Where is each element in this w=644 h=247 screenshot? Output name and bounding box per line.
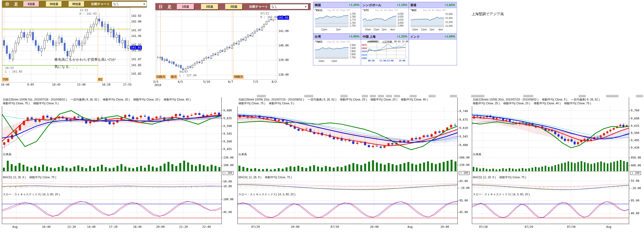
y-axis-label: 141.85 <box>131 64 141 67</box>
y-axis-label: 9,610 <box>459 126 468 130</box>
x-axis-label: 07/28 <box>479 225 488 228</box>
window-fragment <box>340 95 348 97</box>
axis-tick <box>222 141 222 142</box>
window-fragment <box>410 95 417 97</box>
axis-tick <box>458 137 458 137</box>
technical-chart-canvas[interactable] <box>238 106 458 224</box>
low-annotation: 04/07 L : 137.94 <box>180 70 196 77</box>
volume-label: 出来高 <box>238 152 247 156</box>
compare-chart-select[interactable]: なし ▼ <box>112 2 147 7</box>
y-axis-label: 100.00 <box>223 198 234 201</box>
y-axis-label: 230.00 <box>223 156 234 159</box>
chart-title: 日経225mini 10/09( 15分, 2010/07/23 - 2010/… <box>238 98 428 102</box>
index-cell-header: インド+1.08% <box>409 34 456 40</box>
y-axis-label: 140.00 <box>278 44 288 47</box>
memo-annotation: 株先高にもかかわらず債券も高いのが <box>54 57 116 62</box>
y-axis-label: 9,480 <box>459 143 468 147</box>
axis-tick <box>629 140 630 141</box>
y-axis-label: 139.00 <box>278 58 288 62</box>
multiplier-badge: × 100 <box>459 171 470 175</box>
y-axis-label: 9,760 <box>631 109 639 112</box>
x-axis-label: 21:20 <box>179 225 188 228</box>
y-axis-label: 9,545 <box>459 135 468 138</box>
x-axis-label: 12pm <box>321 28 327 31</box>
y-axis-label: 9,740 <box>459 110 468 113</box>
x-axis-label: 11:30/13:00 <box>380 60 394 62</box>
y-axis-label: 950.00 <box>631 156 641 159</box>
high-annotation: 13:55 H : 142.03 <box>80 9 96 16</box>
axis-tick <box>458 111 458 111</box>
y-axis-label: 7,950 <box>350 44 356 47</box>
index-timestamp: Aug 02 02:55pm KST <box>327 9 350 11</box>
window-fragment <box>370 95 376 97</box>
y-axis-label: 9,590 <box>223 124 232 128</box>
daily-chart-title: 日 足 <box>159 4 172 10</box>
tab-2day[interactable]: 2日足 <box>201 4 218 10</box>
high-annotation: 07/22 H : 142.08 <box>260 12 278 19</box>
x-axis-label: 07/29 <box>525 225 533 228</box>
y-axis-label: 7,850 <box>350 50 356 53</box>
y-axis-label: 7,900 <box>350 47 356 50</box>
axis-line <box>458 97 458 224</box>
contract-month-tag: 8/2 <box>98 78 103 81</box>
stoch-label: スロー・ストキャスティクス( 14, 3, 80, 20 ) <box>3 192 60 196</box>
x-axis-label: 12pm <box>374 28 379 31</box>
y-axis-label: 141.00 <box>278 29 288 33</box>
compare-chart-value: なし <box>271 5 278 9</box>
x-axis-label: 17:55 <box>123 83 132 86</box>
index-cell-header: 中国 上海+1.33% <box>361 34 409 40</box>
tab-10min[interactable]: 10分足 <box>46 1 62 7</box>
x-axis-year-label: 2010 <box>154 83 161 87</box>
daily-chart-canvas[interactable] <box>156 11 278 80</box>
technical-chart-canvas[interactable] <box>472 106 629 224</box>
y-axis-label: 50.00 <box>223 180 232 183</box>
window-fragment <box>362 95 368 97</box>
window-fragment <box>471 95 484 97</box>
shanghai-chart-canvas <box>367 43 406 59</box>
x-axis-label: 4pm <box>390 28 395 31</box>
index-name: 中国 上海 <box>362 35 376 39</box>
technical-chart-canvas[interactable] <box>2 106 222 224</box>
y-axis-label: 45.00 <box>223 210 232 214</box>
compare-chart-select[interactable]: なし ▼ <box>270 4 308 9</box>
index-change: +1.82% <box>445 3 455 7</box>
y-axis-label: 500.00 <box>459 156 470 159</box>
axis-tick <box>629 165 630 166</box>
x-axis-label: 2pm <box>430 28 434 31</box>
chart-subtitle: 移動平均( Close, 25 ) 移動平均( Close, 20 ) 移動平均… <box>473 101 591 106</box>
axis-tick <box>629 213 630 213</box>
x-axis-label: 09:30 <box>368 60 374 62</box>
y-axis-label: 9,560 <box>631 131 639 135</box>
y-axis-label: 9,680 <box>223 109 232 112</box>
tab-1day[interactable]: 1日足 <box>177 4 194 10</box>
x-axis-label: 18:40 <box>133 225 142 228</box>
y-axis-label: 400.00 <box>631 164 641 167</box>
axis-tick <box>458 120 458 120</box>
x-axis-label: 3/5 <box>153 80 158 83</box>
axis-tick <box>222 182 222 182</box>
index-sparkline-canvas <box>315 43 348 59</box>
window-fragment <box>394 95 400 97</box>
multiplier-badge: × 100 <box>223 171 234 175</box>
index-timestamp: Aug 02 01:25pm CST <box>327 41 350 43</box>
index-ticker: ^KS11 <box>315 9 322 12</box>
x-axis-label: 16:40 <box>1 83 10 86</box>
axis-tick <box>458 181 458 181</box>
axis-tick <box>629 133 630 133</box>
current-price-tag: 141.91 <box>130 46 142 50</box>
index-change: +1.08% <box>445 35 455 38</box>
window-fragment <box>257 95 266 97</box>
index-ticker: ^STI <box>362 9 369 12</box>
y-axis-label: 2,990 <box>398 25 404 27</box>
y-axis-label: 1,780 <box>350 16 356 18</box>
x-axis-label: 12pm <box>331 60 337 62</box>
tab-3day[interactable]: 3日足 <box>225 4 243 10</box>
x-axis-label: 9:05 <box>27 83 34 86</box>
tab-30min[interactable]: 30分足 <box>69 1 84 7</box>
y-axis-label: 2600 <box>362 57 367 60</box>
tab-5min[interactable]: 5分足 <box>24 1 39 7</box>
y-axis-label: 142.00 <box>131 20 141 23</box>
chart-subtitle: 移動平均( Close, 75 ) 移動平均( Close, 5 ) <box>3 101 58 106</box>
axis-tick <box>222 158 222 158</box>
y-axis-label: 141.87 <box>131 58 141 61</box>
